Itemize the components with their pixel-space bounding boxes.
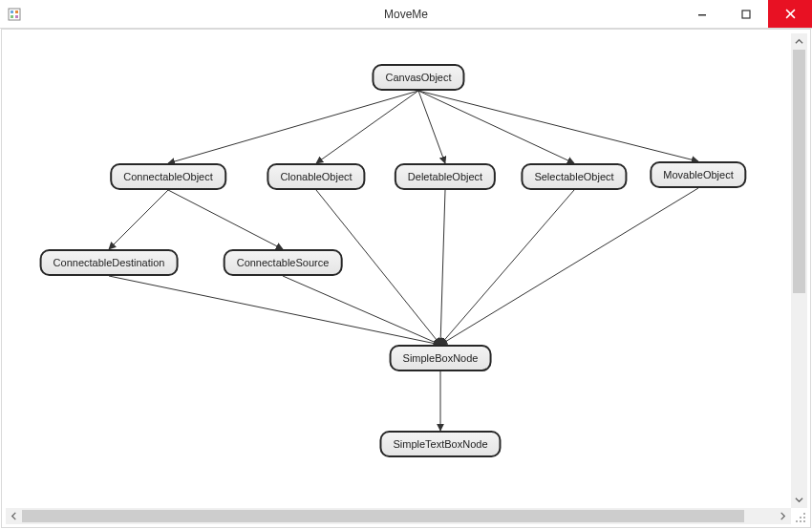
svg-point-28 bbox=[803, 520, 805, 522]
horizontal-scroll-track[interactable] bbox=[22, 508, 775, 524]
svg-rect-3 bbox=[11, 15, 13, 18]
maximize-icon bbox=[741, 10, 751, 19]
scroll-up-button[interactable] bbox=[791, 33, 807, 50]
titlebar[interactable]: MoveMe bbox=[0, 0, 812, 29]
svg-line-10 bbox=[316, 91, 418, 163]
node-label: SimpleBoxNode bbox=[403, 352, 479, 364]
size-grip-icon bbox=[793, 510, 808, 525]
svg-point-26 bbox=[796, 520, 798, 522]
node-label: CanvasObject bbox=[385, 72, 451, 83]
size-grip[interactable] bbox=[793, 510, 808, 525]
svg-line-9 bbox=[168, 91, 418, 163]
chevron-left-icon bbox=[10, 512, 18, 520]
vertical-scrollbar[interactable] bbox=[791, 33, 807, 508]
node-movableobject[interactable]: MovableObject bbox=[650, 161, 746, 188]
svg-point-27 bbox=[800, 520, 801, 522]
node-connectableobject[interactable]: ConnectableObject bbox=[110, 163, 226, 190]
scroll-left-button[interactable] bbox=[6, 508, 22, 524]
node-label: SelectableObject bbox=[534, 171, 613, 182]
svg-line-21 bbox=[440, 188, 698, 345]
svg-line-20 bbox=[440, 190, 574, 345]
minimize-button[interactable] bbox=[680, 0, 724, 28]
horizontal-scrollbar[interactable] bbox=[6, 508, 791, 524]
vertical-scroll-thumb[interactable] bbox=[793, 50, 805, 293]
svg-line-11 bbox=[418, 91, 445, 163]
node-canvasobject[interactable]: CanvasObject bbox=[372, 64, 464, 91]
svg-rect-0 bbox=[9, 9, 20, 20]
chevron-down-icon bbox=[795, 496, 803, 504]
svg-line-15 bbox=[168, 190, 283, 249]
svg-rect-2 bbox=[15, 11, 18, 13]
svg-rect-5 bbox=[698, 14, 706, 16]
svg-line-14 bbox=[109, 190, 168, 249]
chevron-right-icon bbox=[779, 512, 787, 520]
svg-line-17 bbox=[283, 276, 440, 345]
node-selectableobject[interactable]: SelectableObject bbox=[521, 163, 627, 190]
svg-line-12 bbox=[418, 91, 574, 163]
svg-line-19 bbox=[440, 190, 445, 345]
node-clonableobject[interactable]: ClonableObject bbox=[267, 163, 365, 190]
svg-point-25 bbox=[803, 517, 805, 518]
scroll-down-button[interactable] bbox=[791, 492, 807, 508]
node-label: ConnectableObject bbox=[123, 171, 213, 182]
svg-point-23 bbox=[803, 513, 805, 515]
node-label: SimpleTextBoxNode bbox=[393, 438, 487, 450]
close-icon bbox=[785, 9, 796, 19]
node-connectabledestination[interactable]: ConnectableDestination bbox=[40, 249, 179, 276]
diagram-canvas[interactable]: CanvasObject ConnectableObject ClonableO… bbox=[6, 33, 791, 508]
node-label: MovableObject bbox=[663, 169, 733, 180]
scroll-right-button[interactable] bbox=[775, 508, 791, 524]
node-simpleboxnode[interactable]: SimpleBoxNode bbox=[390, 345, 492, 371]
node-simpletextboxnode[interactable]: SimpleTextBoxNode bbox=[379, 431, 501, 457]
node-label: ClonableObject bbox=[280, 171, 352, 182]
maximize-button[interactable] bbox=[724, 0, 768, 28]
client-area: CanvasObject ConnectableObject ClonableO… bbox=[1, 29, 811, 528]
node-label: ConnectableDestination bbox=[53, 257, 165, 268]
minimize-icon bbox=[697, 10, 707, 19]
svg-line-13 bbox=[418, 91, 698, 161]
window-buttons bbox=[680, 0, 812, 28]
svg-line-16 bbox=[109, 276, 440, 345]
close-button[interactable] bbox=[768, 0, 812, 28]
node-deletableobject[interactable]: DeletableObject bbox=[395, 163, 496, 190]
chevron-up-icon bbox=[795, 37, 803, 46]
node-label: DeletableObject bbox=[408, 171, 482, 182]
svg-rect-1 bbox=[11, 11, 13, 13]
horizontal-scroll-thumb[interactable] bbox=[22, 510, 744, 522]
svg-rect-4 bbox=[15, 15, 18, 18]
app-icon bbox=[0, 0, 29, 28]
node-connectablesource[interactable]: ConnectableSource bbox=[224, 249, 343, 276]
svg-rect-6 bbox=[742, 11, 750, 18]
node-label: ConnectableSource bbox=[237, 257, 330, 268]
svg-point-24 bbox=[800, 517, 801, 518]
vertical-scroll-track[interactable] bbox=[791, 50, 807, 492]
